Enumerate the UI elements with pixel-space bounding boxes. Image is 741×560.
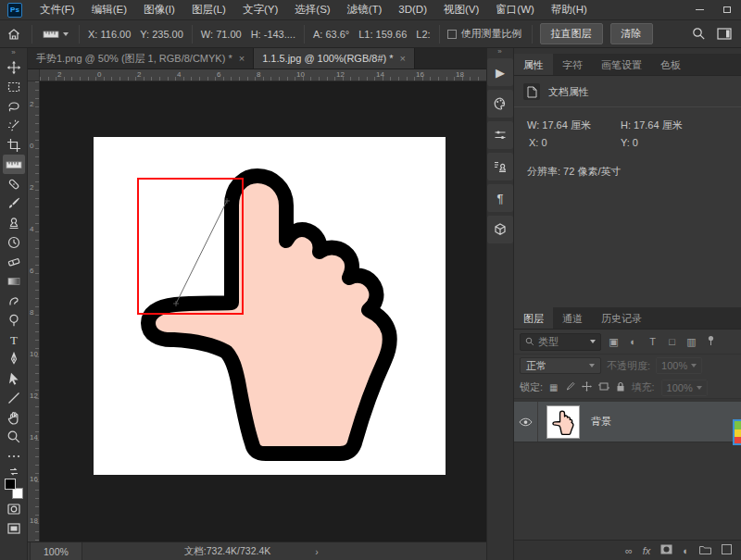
gradient-tool[interactable] bbox=[3, 271, 25, 291]
swap-colors-icon[interactable] bbox=[3, 466, 25, 477]
ruler-tool[interactable] bbox=[3, 155, 25, 174]
layer-effects-icon[interactable]: fx bbox=[643, 545, 651, 556]
vertical-ruler[interactable]: 2 0 2 4 6 8 10 12 14 16 18 bbox=[28, 81, 40, 541]
adjustments-panel-button[interactable] bbox=[487, 121, 513, 149]
zoom-tool[interactable] bbox=[3, 427, 25, 446]
ruler-origin-corner[interactable] bbox=[28, 69, 40, 81]
status-chevron-icon[interactable]: › bbox=[315, 546, 319, 557]
screen-mode-button[interactable] bbox=[3, 518, 25, 538]
tool-preset-picker[interactable] bbox=[38, 27, 73, 42]
swatches-panel-button[interactable] bbox=[487, 90, 513, 118]
edit-toolbar-button[interactable] bbox=[3, 446, 25, 466]
smudge-tool[interactable] bbox=[3, 291, 25, 310]
workspace-switcher-icon[interactable] bbox=[717, 28, 732, 40]
magic-wand-tool[interactable] bbox=[3, 116, 25, 135]
maximize-button[interactable] bbox=[713, 0, 741, 19]
type-layer-filter-icon[interactable]: T bbox=[646, 336, 659, 347]
menu-3d[interactable]: 3D(D) bbox=[390, 0, 435, 19]
tab-layers[interactable]: 图层 bbox=[514, 307, 553, 329]
toolbar-collapse-icon[interactable]: » bbox=[0, 48, 27, 57]
menu-layer[interactable]: 图层(L) bbox=[183, 0, 234, 19]
eraser-tool[interactable] bbox=[3, 252, 25, 271]
menu-help[interactable]: 帮助(H) bbox=[543, 0, 596, 19]
type-tool[interactable]: T bbox=[3, 330, 25, 349]
history-brush-tool[interactable] bbox=[3, 232, 25, 252]
clone-source-panel-button[interactable] bbox=[487, 153, 513, 180]
line-tool[interactable] bbox=[3, 388, 25, 407]
new-layer-icon[interactable] bbox=[722, 544, 732, 556]
paragraph-panel-button[interactable]: ¶ bbox=[487, 184, 513, 212]
close-icon[interactable]: × bbox=[239, 53, 245, 64]
tab-history[interactable]: 历史记录 bbox=[592, 307, 651, 329]
blend-mode-select[interactable]: 正常 bbox=[520, 357, 601, 374]
layer-row-background[interactable]: 背景 bbox=[514, 402, 741, 442]
home-button[interactable] bbox=[0, 27, 28, 42]
layer-filter-type-select[interactable]: 类型 bbox=[520, 333, 601, 351]
quick-mask-button[interactable] bbox=[3, 499, 25, 518]
tab-channels[interactable]: 通道 bbox=[553, 307, 592, 329]
pasteboard[interactable] bbox=[40, 81, 514, 541]
menu-window[interactable]: 窗口(W) bbox=[487, 0, 543, 19]
tab-brush-settings[interactable]: 画笔设置 bbox=[592, 54, 651, 75]
adjustment-layer-icon[interactable]: ◐ bbox=[683, 545, 689, 556]
use-measurement-scale-checkbox[interactable] bbox=[447, 30, 457, 39]
rectangular-marquee-tool[interactable] bbox=[3, 77, 25, 96]
zoom-level-field[interactable]: 100% bbox=[30, 542, 82, 560]
lock-transparency-icon[interactable]: ▦ bbox=[549, 382, 558, 392]
menu-view[interactable]: 视图(V) bbox=[435, 0, 487, 19]
layer-visibility-toggle[interactable] bbox=[514, 402, 538, 442]
clone-stamp-tool[interactable] bbox=[3, 213, 25, 232]
clear-button[interactable]: 清除 bbox=[610, 23, 653, 44]
new-group-icon[interactable] bbox=[699, 545, 711, 556]
menu-select[interactable]: 选择(S) bbox=[286, 0, 338, 19]
move-tool[interactable] bbox=[3, 57, 25, 77]
use-measurement-scale-label: 使用测量比例 bbox=[461, 27, 522, 41]
menu-filter[interactable]: 滤镜(T) bbox=[339, 0, 391, 19]
pixel-layer-filter-icon[interactable]: ▣ bbox=[607, 336, 621, 348]
menu-file[interactable]: 文件(F) bbox=[31, 0, 83, 19]
lock-all-icon[interactable] bbox=[616, 381, 625, 394]
menu-edit[interactable]: 编辑(E) bbox=[83, 0, 135, 19]
fill-value: 100% bbox=[667, 382, 693, 393]
lasso-tool[interactable] bbox=[3, 96, 25, 116]
3d-panel-button[interactable] bbox=[487, 216, 513, 243]
app-logo-icon[interactable]: Ps bbox=[7, 3, 22, 18]
lock-pixels-icon[interactable] bbox=[565, 381, 575, 393]
lock-artboard-icon[interactable] bbox=[598, 381, 609, 393]
crop-tool[interactable] bbox=[3, 135, 25, 155]
brush-tool[interactable] bbox=[3, 193, 25, 213]
filter-pin-icon[interactable] bbox=[704, 335, 718, 348]
foreground-color-swatch[interactable] bbox=[5, 479, 16, 490]
dodge-tool[interactable] bbox=[3, 310, 25, 330]
measure-line[interactable] bbox=[40, 81, 514, 541]
smart-object-filter-icon[interactable]: ▥ bbox=[684, 336, 698, 348]
adjustment-layer-filter-icon[interactable]: ◐ bbox=[626, 336, 640, 347]
dock-collapse-icon[interactable]: » bbox=[497, 48, 502, 56]
lock-position-icon[interactable] bbox=[582, 381, 592, 393]
document-tab-1[interactable]: 手势1.png @ 50% (图层 1, RGB/8/CMYK) * × bbox=[28, 48, 254, 68]
spot-healing-brush-tool[interactable] bbox=[3, 174, 25, 193]
tab-properties[interactable]: 属性 bbox=[514, 54, 553, 75]
tab-character[interactable]: 字符 bbox=[553, 54, 592, 75]
path-selection-tool[interactable] bbox=[3, 368, 25, 388]
menu-image[interactable]: 图像(I) bbox=[135, 0, 183, 19]
hand-tool[interactable] bbox=[3, 407, 25, 427]
close-icon[interactable]: × bbox=[400, 53, 406, 64]
opacity-value-select[interactable]: 100% bbox=[656, 357, 702, 374]
shape-layer-filter-icon[interactable]: □ bbox=[665, 336, 679, 347]
tab-swatches[interactable]: 色板 bbox=[651, 54, 690, 75]
canvas-viewport[interactable]: 2 0 2 4 6 8 10 12 14 16 18 2 0 2 4 bbox=[28, 69, 514, 541]
menu-type[interactable]: 文字(Y) bbox=[234, 0, 286, 19]
fill-value-select[interactable]: 100% bbox=[661, 380, 708, 396]
pen-tool[interactable] bbox=[3, 349, 25, 368]
color-swatches[interactable] bbox=[4, 479, 24, 499]
layer-mask-icon[interactable] bbox=[660, 544, 672, 556]
layer-thumbnail[interactable] bbox=[546, 405, 580, 439]
horizontal-ruler[interactable]: 2 0 2 4 6 8 10 12 14 16 18 bbox=[40, 69, 514, 81]
document-tab-2-active[interactable]: 1.1.5.jpg @ 100%(RGB/8#) * × bbox=[254, 48, 415, 68]
link-layers-icon[interactable]: ∞ bbox=[625, 545, 633, 556]
search-icon[interactable] bbox=[692, 27, 706, 41]
straighten-layer-button[interactable]: 拉直图层 bbox=[540, 23, 603, 44]
minimize-button[interactable] bbox=[685, 0, 713, 19]
actions-panel-button[interactable]: ▶ bbox=[487, 58, 513, 86]
